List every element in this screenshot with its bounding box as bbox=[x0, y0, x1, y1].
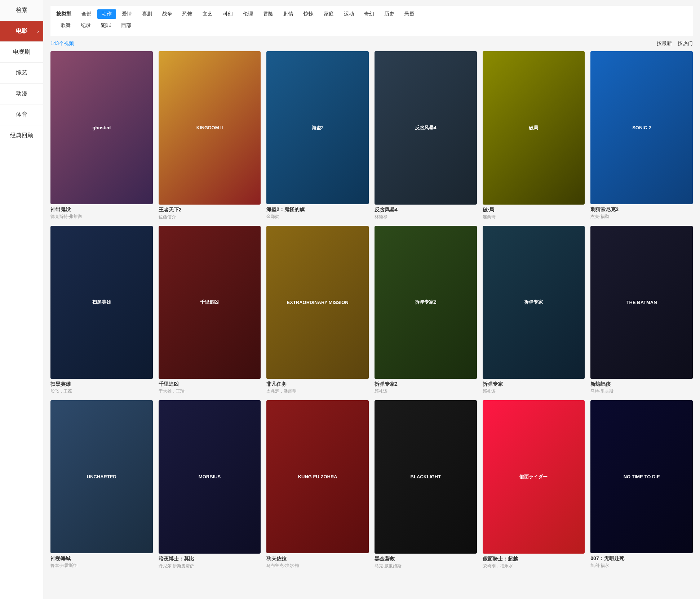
movie-poster-18: NO TIME TO DIE bbox=[590, 400, 693, 553]
movie-subtitle-17: 荣崎刚，福永水 bbox=[483, 563, 585, 569]
genre-tag-musical[interactable]: 歌舞 bbox=[56, 21, 75, 30]
movie-poster-2: KINGDOM II bbox=[159, 51, 261, 205]
genre-tag-comedy[interactable]: 喜剧 bbox=[138, 9, 156, 19]
movie-subtitle-18: 凯利·福永 bbox=[590, 563, 693, 569]
sidebar-item-tv[interactable]: 电视剧 bbox=[0, 42, 43, 63]
movie-poster-11: 拆弹专家 bbox=[483, 226, 585, 379]
movie-subtitle-9: 支兆辉，潘耀明 bbox=[266, 388, 369, 394]
movie-poster-14: MORBIUS bbox=[159, 400, 261, 554]
movie-subtitle-3: 金郑勋 bbox=[266, 214, 369, 220]
genre-tag-romance[interactable]: 爱情 bbox=[118, 9, 136, 19]
genre-tag-all[interactable]: 全部 bbox=[77, 9, 96, 19]
movie-card-18[interactable]: NO TIME TO DIE007：无暇赴死凯利·福永 bbox=[590, 400, 693, 569]
movie-card-17[interactable]: 假面ライダー假面骑士：超越荣崎刚，福永水 bbox=[483, 400, 585, 569]
poster-bg-13: UNCHARTED bbox=[50, 400, 153, 553]
sidebar-item-sports[interactable]: 体育 bbox=[0, 104, 43, 125]
movie-title-4: 反贪风暴4 bbox=[375, 207, 477, 213]
movie-subtitle-10: 邱礼涛 bbox=[375, 388, 477, 394]
movie-title-6: 刺猬索尼克2 bbox=[590, 206, 693, 213]
sort-hottest[interactable]: 按热门 bbox=[678, 40, 693, 47]
movie-card-4[interactable]: 反贪风暴4反贪风暴4林德禄 bbox=[375, 51, 477, 220]
genre-tag-family[interactable]: 家庭 bbox=[319, 9, 338, 19]
movie-card-2[interactable]: KINGDOM II王者天下2佐藤信介 bbox=[159, 51, 261, 220]
movie-subtitle-8: 于大雄，王瑞 bbox=[159, 388, 261, 394]
poster-bg-14: MORBIUS bbox=[159, 400, 261, 554]
genre-tag-adventure[interactable]: 冒险 bbox=[259, 9, 278, 19]
genre-tag-suspense[interactable]: 悬疑 bbox=[400, 9, 419, 19]
sort-options: 按最新 按热门 bbox=[657, 40, 693, 47]
movie-title-3: 海盗2：鬼怪的旗 bbox=[266, 206, 369, 213]
movie-poster-5: 破局 bbox=[483, 51, 585, 205]
movie-title-17: 假面骑士：超越 bbox=[483, 556, 585, 562]
movie-card-3[interactable]: 海盗2海盗2：鬼怪的旗金郑勋 bbox=[266, 51, 369, 220]
genre-tag-sports[interactable]: 运动 bbox=[340, 9, 358, 19]
movie-poster-9: EXTRAORDINARY MISSION bbox=[266, 226, 369, 379]
movie-card-1[interactable]: ghosted神出鬼没德克斯特·弗莱彻 bbox=[50, 51, 153, 220]
movie-title-2: 王者天下2 bbox=[159, 207, 261, 213]
genre-tag-history[interactable]: 历史 bbox=[380, 9, 399, 19]
genre-tag-thriller[interactable]: 惊悚 bbox=[299, 9, 318, 19]
movie-poster-10: 拆弹专家2 bbox=[375, 226, 477, 379]
movie-title-7: 扫黑英雄 bbox=[50, 381, 153, 388]
poster-bg-7: 扫黑英雄 bbox=[50, 226, 153, 379]
movie-card-6[interactable]: SONIC 2刺猬索尼克2杰夫·福勒 bbox=[590, 51, 693, 220]
movie-card-12[interactable]: THE BATMAN新蝙蝠侠马特·里夫斯 bbox=[590, 226, 693, 395]
genre-tag-arts[interactable]: 文艺 bbox=[198, 9, 217, 19]
genre-tag-drama[interactable]: 剧情 bbox=[279, 9, 298, 19]
movie-subtitle-12: 马特·里夫斯 bbox=[590, 388, 693, 394]
sidebar-item-search[interactable]: 检索 bbox=[0, 0, 43, 21]
arrow-icon: › bbox=[37, 28, 39, 34]
sidebar-item-anime[interactable]: 动漫 bbox=[0, 84, 43, 104]
movie-title-1: 神出鬼没 bbox=[50, 206, 153, 213]
poster-bg-16: BLACKLIGHT bbox=[375, 400, 477, 554]
movie-poster-13: UNCHARTED bbox=[50, 400, 153, 553]
poster-bg-17: 假面ライダー bbox=[483, 400, 585, 554]
movie-subtitle-15: 马布鲁克·埃尔·梅 bbox=[266, 563, 369, 569]
movie-card-7[interactable]: 扫黑英雄扫黑英雄殷飞，王荔 bbox=[50, 226, 153, 395]
genre-tag-crime[interactable]: 犯罪 bbox=[97, 21, 115, 30]
movie-card-13[interactable]: UNCHARTED神秘海城鲁本·弗雷斯彻 bbox=[50, 400, 153, 569]
poster-bg-3: 海盗2 bbox=[266, 51, 369, 204]
genre-tag-ethics[interactable]: 伦理 bbox=[239, 9, 257, 19]
movie-subtitle-14: 丹尼尔·伊斯皮诺萨 bbox=[159, 563, 261, 569]
sidebar-item-classic[interactable]: 经典回顾 bbox=[0, 125, 43, 146]
sort-newest[interactable]: 按最新 bbox=[657, 40, 672, 47]
poster-bg-2: KINGDOM II bbox=[159, 51, 261, 205]
movie-subtitle-13: 鲁本·弗雷斯彻 bbox=[50, 563, 153, 569]
movie-card-11[interactable]: 拆弹专家拆弹专家邱礼涛 bbox=[483, 226, 585, 395]
movie-subtitle-5: 连奕琦 bbox=[483, 214, 585, 220]
movie-title-12: 新蝙蝠侠 bbox=[590, 381, 693, 388]
genre-tag-western[interactable]: 西部 bbox=[117, 21, 136, 30]
poster-bg-6: SONIC 2 bbox=[590, 51, 693, 204]
movie-title-15: 功夫佐拉 bbox=[266, 555, 369, 562]
genre-tag-fantasy[interactable]: 奇幻 bbox=[360, 9, 378, 19]
genre-tag-horror[interactable]: 恐怖 bbox=[178, 9, 197, 19]
movie-card-16[interactable]: BLACKLIGHT黑金营救马克·威廉姆斯 bbox=[375, 400, 477, 569]
poster-bg-11: 拆弹专家 bbox=[483, 226, 585, 379]
movie-card-14[interactable]: MORBIUS暗夜博士：莫比丹尼尔·伊斯皮诺萨 bbox=[159, 400, 261, 569]
movie-poster-15: KUNG FU ZOHRA bbox=[266, 400, 369, 553]
movie-card-5[interactable]: 破局破·局连奕琦 bbox=[483, 51, 585, 220]
genre-row-1: 按类型 全部动作爱情喜剧战争恐怖文艺科幻伦理冒险剧情惊悚家庭运动奇幻历史悬疑 bbox=[56, 9, 687, 19]
sidebar-item-movies[interactable]: 电影› bbox=[0, 21, 43, 42]
poster-bg-9: EXTRAORDINARY MISSION bbox=[266, 226, 369, 379]
genre-tag-war[interactable]: 战争 bbox=[158, 9, 177, 19]
sidebar: 检索电影›电视剧综艺动漫体育经典回顾 bbox=[0, 0, 43, 599]
movie-subtitle-16: 马克·威廉姆斯 bbox=[375, 563, 477, 569]
movie-poster-12: THE BATMAN bbox=[590, 226, 693, 379]
poster-bg-1: ghosted bbox=[50, 51, 153, 204]
genre-tag-scifi[interactable]: 科幻 bbox=[218, 9, 237, 19]
genre-tag-action[interactable]: 动作 bbox=[97, 9, 116, 19]
movie-title-13: 神秘海城 bbox=[50, 555, 153, 562]
genre-tag-documentary[interactable]: 纪录 bbox=[76, 21, 95, 30]
movie-card-10[interactable]: 拆弹专家2拆弹专家2邱礼涛 bbox=[375, 226, 477, 395]
movie-grid: ghosted神出鬼没德克斯特·弗莱彻KINGDOM II王者天下2佐藤信介海盗… bbox=[50, 51, 693, 569]
movie-title-5: 破·局 bbox=[483, 207, 585, 213]
poster-bg-5: 破局 bbox=[483, 51, 585, 205]
movie-title-14: 暗夜博士：莫比 bbox=[159, 556, 261, 562]
movie-card-15[interactable]: KUNG FU ZOHRA功夫佐拉马布鲁克·埃尔·梅 bbox=[266, 400, 369, 569]
sidebar-item-variety[interactable]: 综艺 bbox=[0, 63, 43, 84]
movie-card-9[interactable]: EXTRAORDINARY MISSION非凡任务支兆辉，潘耀明 bbox=[266, 226, 369, 395]
result-bar: 143个视频 按最新 按热门 bbox=[50, 40, 693, 47]
movie-card-8[interactable]: 千里追凶千里追凶于大雄，王瑞 bbox=[159, 226, 261, 395]
